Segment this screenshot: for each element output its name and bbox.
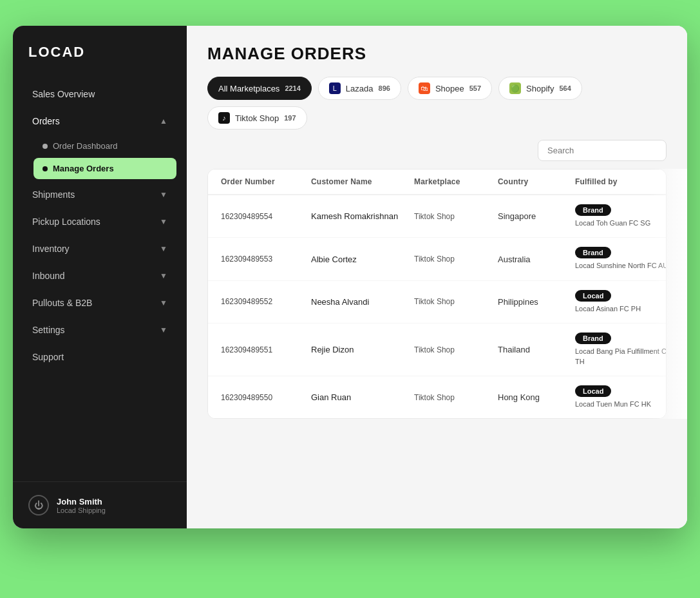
order-dashboard-dot <box>43 144 48 149</box>
order-dashboard-label: Order Dashboard <box>53 141 117 151</box>
table-header: Order Number Customer Name Marketplace C… <box>208 169 666 195</box>
sidebar-item-support[interactable]: Support <box>23 344 176 370</box>
country: Australia <box>498 255 575 264</box>
main-content: MANAGE ORDERS All Marketplaces 2214 L La… <box>187 26 687 528</box>
table-row[interactable]: 162309489554 Kamesh Romakrishnan Tiktok … <box>208 195 666 238</box>
app-container: LOCAD Sales Overview Orders ▲ Order Dash… <box>13 26 687 528</box>
marketplace: Tiktok Shop <box>414 345 498 354</box>
order-number: 162309489553 <box>221 255 311 264</box>
orders-subitems: Order Dashboard Manage Orders <box>23 135 176 179</box>
customer-name: Albie Cortez <box>311 255 414 264</box>
fulfilled-by: Brand Locad Bang Pia Fulfillment Center … <box>575 333 667 367</box>
customer-name: Rejie Dizon <box>311 345 414 354</box>
sidebar-item-shipments[interactable]: Shipments ▼ <box>23 182 176 207</box>
marketplace-tabs: All Marketplaces 2214 L Lazada 896 🛍 Sho… <box>187 77 687 140</box>
customer-name: Kamesh Romakrishnan <box>311 211 414 221</box>
table-row[interactable]: 162309489552 Neesha Alvandi Tiktok Shop … <box>208 281 666 323</box>
sidebar-item-sales-overview[interactable]: Sales Overview <box>23 81 176 107</box>
sidebar-item-inbound[interactable]: Inbound ▼ <box>23 263 176 289</box>
support-label: Support <box>32 352 64 362</box>
marketplace: Tiktok Shop <box>414 212 498 221</box>
fulfilled-by: Locad Locad Tuen Mun FC HK <box>575 385 667 409</box>
tab-tiktok[interactable]: ♪ Tiktok Shop 197 <box>207 106 307 130</box>
manage-orders-dot <box>43 166 48 171</box>
manage-orders-label: Manage Orders <box>53 164 114 173</box>
page-title: MANAGE ORDERS <box>207 44 667 64</box>
tab-shopify[interactable]: 🟢 Shopify 564 <box>498 77 582 100</box>
warehouse-text: Locad Toh Guan FC SG <box>575 218 667 228</box>
th-fulfilled-by: Fulfilled by <box>575 177 667 186</box>
country: Hong Kong <box>498 392 575 402</box>
table-row[interactable]: 162309489551 Rejie Dizon Tiktok Shop Tha… <box>208 323 666 376</box>
sidebar-item-pickup-locations[interactable]: Pickup Locations ▼ <box>23 209 176 235</box>
tab-tiktok-label: Tiktok Shop <box>235 113 279 123</box>
pullouts-chevron: ▼ <box>160 298 167 307</box>
user-info: John Smith Locad Shipping <box>57 497 106 514</box>
sidebar-item-inventory[interactable]: Inventory ▼ <box>23 236 176 262</box>
inbound-label: Inbound <box>32 271 65 281</box>
orders-table: Order Number Customer Name Marketplace C… <box>207 169 667 419</box>
pickup-locations-label: Pickup Locations <box>32 217 100 227</box>
tab-shopee-count: 557 <box>469 84 481 92</box>
brand-badge: Brand <box>575 333 611 344</box>
sidebar-item-manage-orders[interactable]: Manage Orders <box>33 158 176 179</box>
search-input[interactable] <box>538 140 667 161</box>
table-row[interactable]: 162309489553 Albie Cortez Tiktok Shop Au… <box>208 238 666 280</box>
tab-lazada-label: Lazada <box>346 84 374 93</box>
sidebar-item-pullouts[interactable]: Pullouts & B2B ▼ <box>23 290 176 316</box>
user-name: John Smith <box>57 497 106 506</box>
fulfilled-by: Brand Locad Toh Guan FC SG <box>575 204 667 228</box>
marketplace: Tiktok Shop <box>414 393 498 402</box>
settings-label: Settings <box>32 325 65 335</box>
inventory-label: Inventory <box>32 244 70 254</box>
shipments-label: Shipments <box>32 189 75 200</box>
tab-all-label: All Marketplaces <box>218 84 279 93</box>
tab-lazada[interactable]: L Lazada 896 <box>318 77 401 100</box>
table-row[interactable]: 162309489550 Gian Ruan Tiktok Shop Hong … <box>208 376 666 418</box>
sidebar-item-orders[interactable]: Orders ▲ <box>23 108 176 134</box>
inbound-chevron: ▼ <box>160 271 167 280</box>
orders-table-wrapper: Order Number Customer Name Marketplace C… <box>187 169 687 419</box>
th-marketplace: Marketplace <box>414 177 498 186</box>
sidebar-item-order-dashboard[interactable]: Order Dashboard <box>33 135 176 157</box>
logo-area: LOCAD <box>13 26 187 76</box>
sidebar-nav: Sales Overview Orders ▲ Order Dashboard … <box>13 76 187 481</box>
pullouts-label: Pullouts & B2B <box>32 298 92 308</box>
sales-overview-label: Sales Overview <box>32 89 95 99</box>
warehouse-text: Locad Bang Pia Fulfillment Center TH <box>575 347 667 367</box>
th-order-number: Order Number <box>221 177 311 186</box>
tab-lazada-count: 896 <box>379 84 390 92</box>
country: Philippines <box>498 297 575 307</box>
user-company: Locad Shipping <box>57 506 106 514</box>
pickup-chevron: ▼ <box>160 217 167 226</box>
inventory-chevron: ▼ <box>160 244 167 253</box>
search-bar <box>187 140 687 169</box>
order-number: 162309489550 <box>221 393 311 402</box>
orders-chevron: ▲ <box>160 117 167 126</box>
page-header: MANAGE ORDERS <box>187 26 687 77</box>
tab-all-marketplaces[interactable]: All Marketplaces 2214 <box>207 77 312 100</box>
tab-shopee[interactable]: 🛍 Shopee 557 <box>408 77 492 100</box>
country: Thailand <box>498 345 575 354</box>
tab-tiktok-count: 197 <box>284 114 296 122</box>
customer-name: Neesha Alvandi <box>311 297 414 307</box>
locad-badge: Locad <box>575 385 611 397</box>
settings-chevron: ▼ <box>160 325 167 334</box>
sidebar-footer: ⏻ John Smith Locad Shipping <box>13 481 187 528</box>
country: Singapore <box>498 211 575 221</box>
warehouse-text: Locad Asinan FC PH <box>575 304 667 314</box>
lazada-icon: L <box>329 82 341 94</box>
power-icon[interactable]: ⏻ <box>28 495 49 516</box>
tab-shopee-label: Shopee <box>435 84 464 93</box>
brand-badge: Brand <box>575 204 611 216</box>
sidebar: LOCAD Sales Overview Orders ▲ Order Dash… <box>13 26 187 528</box>
sidebar-item-settings[interactable]: Settings ▼ <box>23 317 176 343</box>
fulfilled-by: Brand Locad Sunshine North FC AU <box>575 247 667 271</box>
marketplace: Tiktok Shop <box>414 255 498 264</box>
customer-name: Gian Ruan <box>311 392 414 402</box>
warehouse-text: Locad Tuen Mun FC HK <box>575 400 667 409</box>
order-number: 162309489554 <box>221 212 311 221</box>
locad-badge: Locad <box>575 290 611 302</box>
warehouse-text: Locad Sunshine North FC AU <box>575 261 667 271</box>
brand-badge: Brand <box>575 247 611 258</box>
